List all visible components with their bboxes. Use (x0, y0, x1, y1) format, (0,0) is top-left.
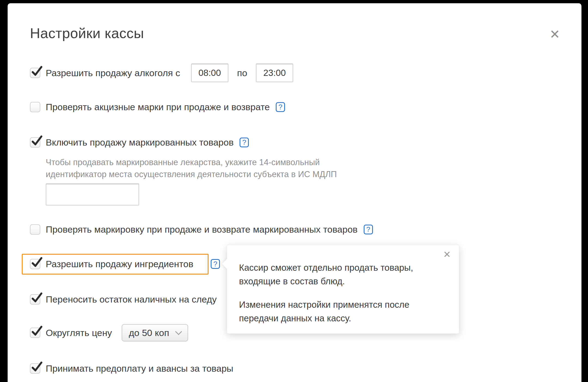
row-marked-goods: Включить продажу маркированных товаров ? (30, 137, 249, 148)
cash-register-settings-dialog: Настройки кассы ✕ Разрешить продажу алко… (8, 3, 581, 382)
mdlp-note: Чтобы продавать маркированные лекарства,… (46, 156, 348, 180)
rounding-select[interactable]: до 50 коп (122, 324, 188, 341)
alcohol-to-time-input[interactable] (256, 64, 293, 82)
marked-goods-checkbox[interactable] (30, 137, 40, 147)
row-allow-alcohol: Разрешить продажу алкоголя с по (30, 64, 293, 82)
check-marking-label: Проверять маркировку при продаже и возвр… (46, 224, 358, 235)
row-price-rounding: Округлять цену до 50 коп (30, 324, 188, 341)
prepayment-label: Принимать предоплату и авансы за товары (46, 363, 233, 374)
excise-help-icon[interactable]: ? (276, 102, 285, 112)
row-prepayment: Принимать предоплату и авансы за товары (30, 363, 233, 374)
alcohol-to-preposition: по (237, 68, 247, 78)
row-cash-carryover: Переносить остаток наличных на следу (30, 294, 217, 305)
row-check-excise-stamps: Проверять акцизные марки при продаже и в… (30, 102, 285, 112)
row-check-marking: Проверять маркировку при продаже и возвр… (30, 224, 373, 235)
marked-goods-label: Включить продажу маркированных товаров (46, 137, 234, 148)
rounding-select-value: до 50 коп (129, 328, 169, 338)
mdlp-id-input[interactable] (46, 184, 139, 205)
cash-carryover-checkbox[interactable] (30, 294, 40, 304)
row-sell-ingredients: Разрешить продажу ингредиентов (30, 259, 193, 269)
ingredients-help-icon[interactable]: ? (211, 259, 220, 269)
excise-checkbox[interactable] (30, 102, 40, 112)
ingredients-label: Разрешить продажу ингредиентов (46, 259, 193, 269)
rounding-checkbox[interactable] (30, 328, 40, 338)
tooltip-paragraph-1: Кассир сможет отдельно продать товары, в… (239, 261, 430, 288)
page-title: Настройки кассы (30, 25, 144, 41)
rounding-label: Округлять цену (46, 328, 112, 338)
prepayment-checkbox[interactable] (30, 363, 40, 374)
ingredients-checkbox[interactable] (30, 259, 40, 269)
alcohol-checkbox[interactable] (30, 68, 40, 78)
check-marking-help-icon[interactable]: ? (364, 224, 373, 234)
check-marking-checkbox[interactable] (30, 224, 40, 235)
tooltip-close-icon[interactable]: ✕ (441, 248, 453, 260)
tooltip-arrow (222, 259, 232, 269)
alcohol-label: Разрешить продажу алкоголя с (46, 68, 180, 78)
marked-goods-help-icon[interactable]: ? (240, 137, 249, 147)
alcohol-from-time-input[interactable] (191, 64, 228, 82)
cash-carryover-label: Переносить остаток наличных на следу (46, 294, 217, 305)
tooltip-paragraph-2: Изменения настройки применятся после пер… (239, 298, 430, 325)
excise-label: Проверять акцизные марки при продаже и в… (46, 102, 270, 112)
ingredients-tooltip: ✕ Кассир сможет отдельно продать товары,… (227, 245, 459, 334)
close-icon[interactable]: ✕ (547, 27, 562, 42)
chevron-down-icon (175, 328, 182, 335)
